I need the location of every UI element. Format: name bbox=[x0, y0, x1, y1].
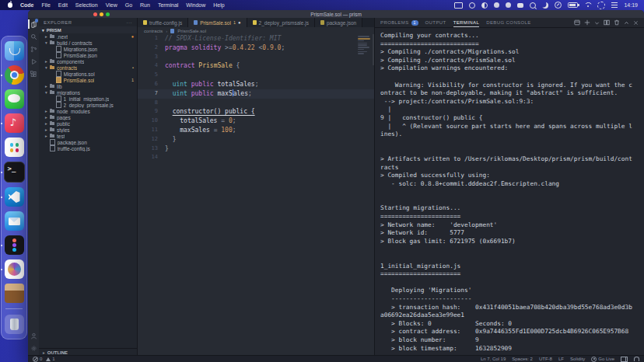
do-not-disturb-icon[interactable] bbox=[542, 2, 548, 9]
run-debug-icon[interactable] bbox=[28, 55, 39, 68]
tree-item[interactable]: ▸ components bbox=[39, 58, 137, 64]
menubar-clock[interactable]: 14:19 bbox=[624, 2, 638, 8]
editor-tab[interactable]: truffle-config.js bbox=[138, 18, 188, 27]
menu-item[interactable]: Run bbox=[140, 2, 150, 8]
panel-tab[interactable]: TERMINAL bbox=[453, 18, 480, 27]
extensions-icon[interactable] bbox=[28, 68, 39, 80]
wifi-icon[interactable] bbox=[584, 2, 591, 8]
tree-item[interactable]: PrismSale.sol 1 bbox=[39, 77, 137, 83]
tree-item[interactable]: truffle-config.js bbox=[39, 145, 137, 151]
code-line[interactable]: 6 uint public totalSales; bbox=[138, 80, 374, 89]
errors-status[interactable]: 0 bbox=[33, 357, 42, 362]
tree-item[interactable]: ▾ contracts • bbox=[39, 64, 137, 71]
language-input-icon[interactable] bbox=[469, 2, 475, 9]
source-control-icon[interactable] bbox=[28, 43, 39, 55]
status-bar-item[interactable]: Ln 7, Col 19 bbox=[481, 357, 506, 361]
battery-icon[interactable] bbox=[568, 2, 578, 9]
menu-item[interactable]: Selection bbox=[75, 2, 98, 8]
screen-mirroring-icon[interactable] bbox=[454, 2, 463, 9]
code-line[interactable]: 3 bbox=[138, 53, 374, 62]
figma-dock-icon[interactable] bbox=[5, 235, 24, 255]
terminal-output[interactable]: Compiling your contracts...=============… bbox=[375, 28, 644, 356]
close-panel-icon[interactable] bbox=[633, 20, 639, 26]
kill-terminal-icon[interactable] bbox=[614, 19, 620, 26]
finder-dock-icon[interactable] bbox=[5, 41, 24, 61]
menu-item[interactable]: Go bbox=[125, 2, 132, 8]
panel-tab[interactable]: PROBLEMS 1 bbox=[380, 18, 418, 27]
media-app-dock-icon[interactable] bbox=[5, 259, 24, 279]
code-line[interactable]: 13 } bbox=[138, 144, 374, 154]
panel-tab[interactable]: DEBUG CONSOLE bbox=[486, 18, 531, 27]
explorer-icon[interactable] bbox=[28, 18, 39, 30]
app-status-icon-2[interactable] bbox=[494, 2, 499, 8]
tree-item[interactable]: 1_initial_migration.js bbox=[39, 96, 137, 102]
code-line[interactable]: 1 // SPDX-License-Identifier: MIT bbox=[138, 34, 374, 44]
chat-status-icon[interactable] bbox=[517, 3, 523, 8]
app-status-icon-1[interactable] bbox=[481, 2, 488, 9]
menu-item[interactable]: Terminal bbox=[158, 2, 178, 8]
status-bar-item[interactable]: Solidity bbox=[570, 357, 585, 361]
tree-item[interactable]: Migrations.json bbox=[39, 46, 137, 52]
status-bar-item[interactable]: Go Live bbox=[591, 357, 614, 362]
menu-item[interactable]: Code bbox=[20, 2, 34, 8]
maximize-panel-icon[interactable] bbox=[624, 20, 629, 26]
code-line[interactable]: 8 bbox=[138, 99, 374, 108]
messages-dock-icon[interactable] bbox=[5, 89, 24, 109]
tree-item[interactable]: PrismSale.json bbox=[39, 52, 137, 58]
search-icon[interactable] bbox=[28, 30, 39, 43]
close-window-button[interactable] bbox=[93, 12, 97, 16]
chrome-dock-icon[interactable] bbox=[5, 65, 24, 85]
editor-tab[interactable]: package.json bbox=[315, 18, 362, 27]
minimize-window-button[interactable] bbox=[100, 12, 103, 16]
code-line[interactable]: 2 pragma solidity >=0.4.22 <0.9.0; bbox=[138, 44, 374, 53]
code-line[interactable]: 12 } bbox=[138, 135, 374, 144]
apple-menu-icon[interactable] bbox=[8, 2, 12, 8]
code-line[interactable]: 11 maxSales = 100; bbox=[138, 126, 374, 135]
panel-tab[interactable]: OUTPUT bbox=[425, 18, 446, 27]
breadcrumb-folder[interactable]: contracts bbox=[144, 29, 163, 33]
code-line[interactable]: 9 constructor() public { bbox=[138, 107, 374, 117]
zoom-window-button[interactable] bbox=[106, 12, 110, 16]
code-line[interactable]: 14 bbox=[138, 153, 374, 162]
trash-dock-icon[interactable] bbox=[5, 315, 24, 334]
status-bar-item[interactable]: Spaces: 2 bbox=[512, 357, 533, 361]
status-bar-item[interactable]: LF bbox=[558, 357, 564, 361]
tree-item[interactable]: ▸ pages bbox=[39, 114, 137, 120]
menu-item[interactable]: Help bbox=[213, 2, 224, 8]
mail-dock-icon[interactable] bbox=[5, 211, 24, 231]
minimap[interactable] bbox=[356, 35, 372, 71]
music-dock-icon[interactable] bbox=[5, 113, 24, 133]
menu-item[interactable]: File bbox=[42, 2, 51, 8]
tree-item[interactable]: ▸ public bbox=[39, 120, 137, 127]
tree-item[interactable]: 2_deploy_prismsale.js bbox=[39, 102, 137, 108]
tree-item[interactable]: ▸ node_modules bbox=[39, 108, 137, 114]
tree-item[interactable]: package.json bbox=[39, 139, 137, 145]
layout-icon[interactable] bbox=[621, 357, 628, 362]
tree-item[interactable]: ▸ styles bbox=[39, 127, 137, 133]
editor-scrollbar[interactable] bbox=[373, 34, 374, 65]
explorer-actions-icon[interactable]: ··· bbox=[127, 20, 133, 25]
sync-status-icon[interactable] bbox=[597, 2, 605, 9]
warnings-status[interactable]: 1 bbox=[46, 357, 54, 361]
status-bar-item[interactable]: UTF-8 bbox=[539, 357, 552, 361]
terminal-dropdown-icon[interactable] bbox=[594, 20, 600, 26]
menu-item[interactable]: Edit bbox=[58, 2, 68, 8]
minecraft-dock-icon[interactable] bbox=[5, 284, 24, 303]
window-titlebar[interactable]: PrismSale.sol — prism bbox=[28, 10, 644, 18]
editor-tab[interactable]: PrismSale.sol 1 ● bbox=[188, 18, 247, 27]
tree-item[interactable]: ▸ .next ● bbox=[39, 33, 137, 40]
quit-status-icon[interactable] bbox=[555, 2, 562, 9]
project-section-header[interactable]: ▾ PRISM bbox=[39, 26, 137, 33]
terminal-list-icon[interactable] bbox=[574, 19, 580, 26]
new-terminal-icon[interactable] bbox=[584, 19, 590, 26]
bell-icon[interactable] bbox=[634, 357, 639, 361]
split-terminal-icon[interactable] bbox=[604, 19, 610, 26]
tree-item[interactable]: ▾ build / contracts bbox=[39, 40, 137, 46]
code-line[interactable]: 7 uint public maxSales; bbox=[138, 89, 374, 99]
tree-item[interactable]: ▸ lib bbox=[39, 83, 137, 89]
app-status-icon-3[interactable] bbox=[506, 2, 511, 8]
slack-dock-icon[interactable] bbox=[5, 137, 24, 157]
code-line[interactable]: 5 bbox=[138, 71, 374, 80]
control-center-icon[interactable] bbox=[611, 2, 618, 8]
settings-gear-icon[interactable] bbox=[28, 342, 39, 354]
